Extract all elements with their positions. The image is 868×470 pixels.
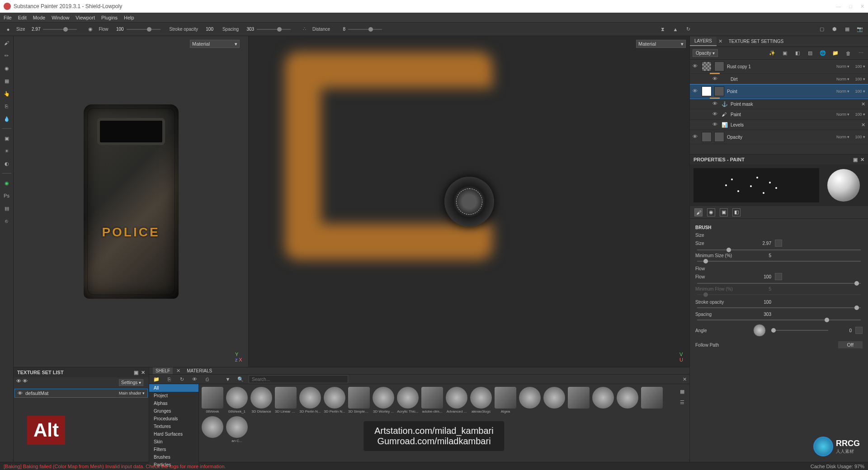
paint-tool-icon[interactable]: 🖌 [3,39,11,47]
flow-slider[interactable] [127,29,160,30]
shelf-category[interactable]: All [149,384,198,392]
shelf-category[interactable]: Alphas [149,400,198,407]
alpha-preview[interactable] [693,168,819,202]
shelf-thumbnail[interactable]: 08Week [202,387,223,414]
maximize-button[interactable]: □ [849,4,852,9]
layer-row[interactable]: 👁Rust copy 1Norm ▾100 ▾ [690,60,868,74]
reimport-icon[interactable]: ↻ [177,375,186,384]
layer-row[interactable]: 👁📊Levels✕ [690,120,868,130]
minsize-slider[interactable] [697,261,861,262]
size-value[interactable]: 2.97 [28,27,40,32]
smart-material-icon[interactable]: 🌐 [818,49,827,58]
search-input[interactable] [249,375,348,383]
layer-opacity[interactable]: 100 ▾ [855,112,865,117]
eraser-tool-icon[interactable]: ✏ [3,52,11,60]
ps-icon[interactable]: Ps [3,192,11,200]
layer-thumb[interactable] [702,61,712,71]
layer-opacity[interactable]: 100 ▾ [855,135,865,139]
props-close-icon[interactable]: ✕ [860,157,864,162]
size-slider[interactable] [43,29,77,30]
export-icon[interactable]: ⎋ [3,217,11,225]
shelf-thumbnail[interactable]: Advanced ... [446,387,467,414]
stencil-mode-icon[interactable]: ▣ [720,208,728,216]
prop-angle-value[interactable]: 0 [834,328,852,333]
eye-icon[interactable]: 👁 [693,134,699,140]
settings-dropdown[interactable]: Settings ▾ [119,379,143,386]
eye-icon[interactable]: 👁 [712,111,719,118]
layer-blend[interactable]: Norm ▾ [836,64,850,69]
layer-opacity[interactable]: 100 ▾ [855,64,865,69]
layer-row[interactable]: 👁OpacityNorm ▾100 ▾ [690,130,868,144]
prop-size-value[interactable]: 2.97 [753,241,771,246]
angle-dial[interactable] [753,324,766,337]
render-icon[interactable]: 📷 [855,25,864,34]
shelf-thumbnail[interactable]: 3D Simplex ... [348,387,370,414]
shelf-thumbnail[interactable] [543,387,565,414]
quick-mask-icon[interactable]: ▣ [3,134,11,142]
menu-window[interactable]: Window [52,15,69,20]
shelf-thumbnail[interactable]: adobe-dim... [421,387,443,414]
texture-set-row[interactable]: 👁 defaultMat Main shader ▾ [14,389,148,398]
shelf-thumbnail[interactable]: alexav3logc [470,387,492,414]
effects-icon[interactable]: ✨ [768,49,777,58]
eye-icon[interactable]: 👁 [712,122,719,128]
eye-icon[interactable]: 👁 [712,76,719,82]
brush-dot-icon[interactable]: ◉ [86,25,95,34]
followpath-toggle[interactable]: Off [838,341,863,348]
add-fill-icon[interactable]: ▨ [806,49,815,58]
prop-stroke-value[interactable]: 100 [753,300,771,305]
layer-blend[interactable]: Norm ▾ [836,112,850,117]
folder-add-icon[interactable]: 📁 [831,49,840,58]
layer-opacity[interactable]: 100 ▾ [855,77,865,81]
mask-icon[interactable]: ▣ [780,49,789,58]
remove-effect-icon[interactable]: ✕ [861,122,865,128]
eye-icon[interactable]: 👁 [693,63,699,70]
cube-icon[interactable]: ⬢ [830,25,839,34]
shelf-category[interactable]: Project [149,392,198,400]
list-view-icon[interactable]: ☰ [678,398,687,407]
tab-layers[interactable]: LAYERS [690,37,717,46]
alpha-mode-icon[interactable]: ◉ [707,208,715,216]
shelf-category[interactable]: Filters [149,446,198,453]
smudge-tool-icon[interactable]: 👆 [3,89,11,98]
stroke-opacity-value[interactable]: 100 [201,27,213,32]
distance-slider[interactable] [348,29,382,30]
search-icon[interactable]: 🔍 [236,375,245,384]
spacing-value[interactable]: 303 [241,27,254,32]
shelf-thumbnail[interactable] [592,387,614,414]
layer-blend[interactable]: Norm ▾ [836,89,850,94]
prop-flow-value[interactable]: 100 [753,274,771,279]
grid-view-icon[interactable]: ▦ [678,387,687,396]
layer-row[interactable]: 👁🖌PaintNorm ▾100 ▾ [690,109,868,120]
brush-mode-icon[interactable]: 🖌 [694,208,703,216]
layer-thumb[interactable] [702,86,712,96]
shelf-category[interactable]: Hard Surfaces [149,430,198,438]
menu-edit[interactable]: Edit [18,15,27,20]
display-icon[interactable]: ▢ [817,25,826,34]
shelf-category[interactable]: Textures [149,423,198,430]
delete-layer-icon[interactable]: 🗑 [844,49,853,58]
minimize-button[interactable]: — [836,4,841,9]
symmetry-icon[interactable]: ⧗ [658,25,667,34]
layer-row[interactable]: 👁PointNorm ▾100 ▾ [690,85,868,99]
blend-mode-dropdown[interactable]: Opacity ▾ [693,49,718,57]
import-icon[interactable]: ⎘ [165,375,174,384]
shelf-thumbnail[interactable]: 08Week_1 [226,387,248,414]
perspective-icon[interactable]: ▲ [671,25,680,34]
folder-icon[interactable]: 📁 [152,375,161,384]
flow-value[interactable]: 100 [111,27,124,32]
menu-help[interactable]: Help [124,15,134,20]
layer-mask-thumb[interactable] [714,86,724,96]
brush-preview-icon[interactable]: ● [4,25,13,34]
shelf-thumbnail[interactable] [617,387,638,414]
filter-icon[interactable]: ▼ [223,375,232,384]
size-lock-icon[interactable] [775,240,782,247]
layer-thumb[interactable] [702,132,712,142]
remove-effect-icon[interactable]: ✕ [861,101,865,107]
save-icon[interactable]: ⎙ [203,375,212,384]
shelf-thumbnail[interactable]: 3D Perlin N... [324,387,345,414]
shelf-thumbnail[interactable] [641,387,663,414]
shelf-thumbnail[interactable]: Algea [495,387,516,414]
tab-texture-set-settings[interactable]: TEXTURE SET SETTINGS [724,37,788,46]
projection-tool-icon[interactable]: ◉ [3,64,11,72]
